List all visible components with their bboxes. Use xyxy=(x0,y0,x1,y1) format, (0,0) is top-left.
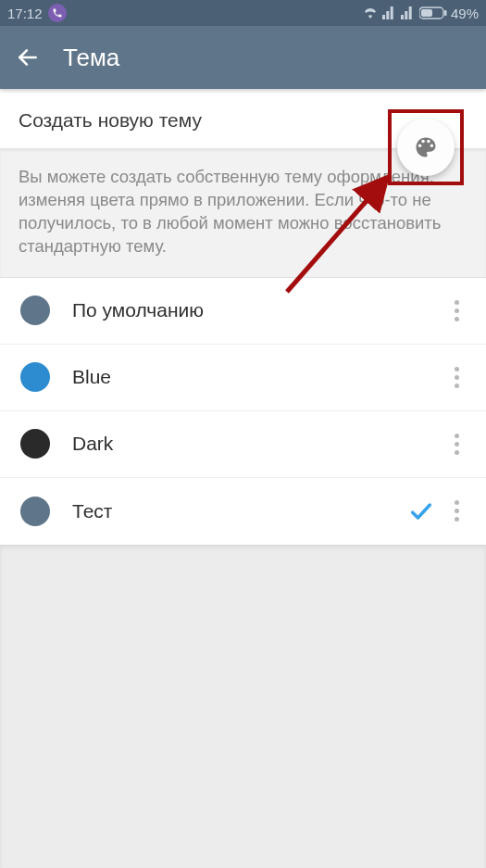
theme-more-button[interactable] xyxy=(443,427,469,460)
theme-row[interactable]: Dark xyxy=(0,411,486,478)
status-time: 17:12 xyxy=(7,6,43,21)
battery-percent: 49% xyxy=(451,6,479,21)
theme-list: По умолчаниюBlueDarkТест xyxy=(0,278,486,545)
wifi-icon xyxy=(362,6,379,19)
theme-more-button[interactable] xyxy=(443,360,469,394)
theme-name-label: Тест xyxy=(72,500,408,522)
signal-icon-2 xyxy=(401,6,416,19)
create-theme-fab[interactable] xyxy=(397,119,455,176)
svg-rect-2 xyxy=(444,10,447,16)
theme-row[interactable]: Blue xyxy=(0,345,486,411)
theme-color-swatch xyxy=(20,429,50,459)
annotation-highlight-box xyxy=(388,109,464,185)
theme-name-label: Blue xyxy=(72,366,443,388)
page-title: Тема xyxy=(63,44,119,72)
theme-color-swatch xyxy=(20,362,50,392)
empty-area xyxy=(0,545,486,868)
viber-icon xyxy=(48,4,67,22)
theme-color-swatch xyxy=(20,497,50,526)
theme-name-label: По умолчанию xyxy=(72,299,443,321)
svg-rect-1 xyxy=(421,9,432,17)
theme-row[interactable]: Тест xyxy=(0,478,486,545)
battery-icon xyxy=(419,6,447,19)
theme-row[interactable]: По умолчанию xyxy=(0,278,486,345)
check-icon xyxy=(408,498,434,524)
theme-more-button[interactable] xyxy=(443,495,469,528)
status-right: 49% xyxy=(362,6,479,21)
theme-color-swatch xyxy=(20,296,50,325)
status-bar: 17:12 49% xyxy=(0,0,486,26)
palette-icon xyxy=(413,134,439,160)
action-bar: Тема xyxy=(0,26,486,89)
theme-more-button[interactable] xyxy=(443,294,469,327)
back-button[interactable] xyxy=(15,44,41,70)
signal-icon xyxy=(382,6,397,19)
theme-name-label: Dark xyxy=(72,433,443,455)
